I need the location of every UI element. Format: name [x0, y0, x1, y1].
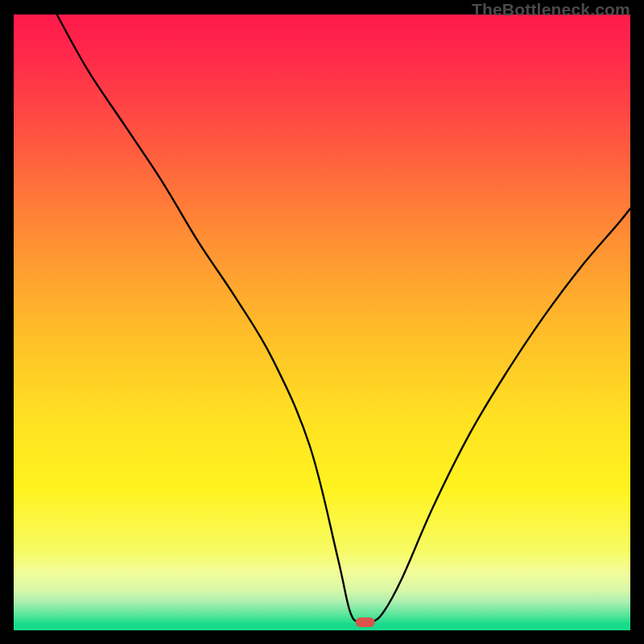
bottleneck-curve [14, 14, 630, 630]
watermark-text: TheBottleneck.com [472, 0, 630, 19]
chart-frame: TheBottleneck.com [0, 0, 644, 644]
plot-area [14, 14, 630, 630]
svg-rect-1 [356, 617, 375, 627]
